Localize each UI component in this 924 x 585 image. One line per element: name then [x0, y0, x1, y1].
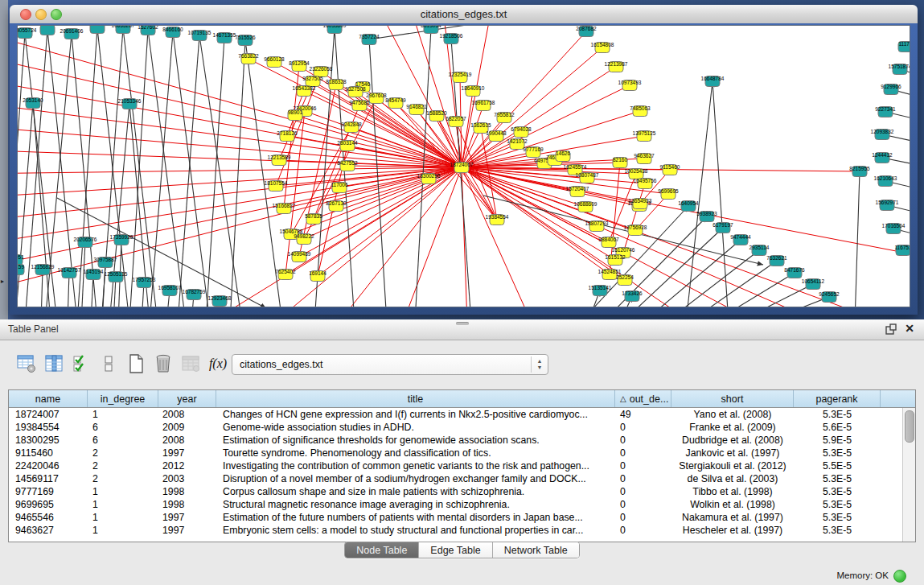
- table-scrollbar[interactable]: [902, 408, 915, 542]
- graph-node[interactable]: 8186328: [326, 79, 347, 90]
- table-row[interactable]: 1872400712008Changes of HCN gene express…: [9, 408, 902, 421]
- graph-node[interactable]: 13975125: [633, 130, 656, 142]
- function-builder-icon[interactable]: f(x): [206, 352, 230, 376]
- graph-node[interactable]: 9884067: [598, 237, 619, 248]
- table-header-row[interactable]: namein_degreeyeartitle△out_de...shortpag…: [9, 390, 915, 408]
- graph-node[interactable]: 8454749: [385, 97, 406, 109]
- graph-node[interactable]: 1615132: [605, 254, 626, 266]
- table-body[interactable]: 1872400712008Changes of HCN gene express…: [9, 408, 902, 542]
- graph-node[interactable]: 9699695: [658, 188, 679, 200]
- graph-node[interactable]: 14626: [556, 150, 570, 162]
- table-row[interactable]: 2242004622012Investigating the contribut…: [9, 459, 902, 472]
- tab-network-table[interactable]: Network Table: [492, 542, 579, 558]
- graph-node[interactable]: 15692971: [876, 200, 899, 211]
- graph-node[interactable]: 19142757: [58, 267, 81, 278]
- graph-node[interactable]: 17016504: [882, 223, 906, 234]
- graph-node[interactable]: 10719135: [188, 30, 211, 41]
- graph-node[interactable]: 21053346: [118, 98, 142, 109]
- graph-node[interactable]: 169144: [309, 270, 326, 282]
- graph-node[interactable]: 14671355: [213, 32, 236, 43]
- graph-node[interactable]: 18640910: [462, 85, 485, 97]
- column-header-out-de-[interactable]: △out_de...: [615, 390, 671, 407]
- column-header-year[interactable]: year: [158, 390, 216, 407]
- table-row[interactable]: 969969511998Structural magnetic resonanc…: [9, 498, 902, 511]
- show-columns-icon[interactable]: [42, 352, 66, 376]
- graph-node[interactable]: 8813054: [421, 26, 441, 34]
- column-header-title[interactable]: title: [216, 390, 615, 407]
- graph-node[interactable]: 16154808: [591, 42, 614, 53]
- graph-node[interactable]: 98901: [288, 109, 302, 121]
- graph-node[interactable]: 10688609: [574, 201, 598, 212]
- graph-node[interactable]: 7663822: [238, 53, 259, 64]
- graph-node[interactable]: 252254: [616, 274, 634, 286]
- scrollbar-thumb[interactable]: [905, 410, 914, 443]
- graph-node[interactable]: 16033809: [323, 26, 347, 34]
- graph-node[interactable]: 8466160: [162, 27, 183, 38]
- graph-node[interactable]: 7632621: [766, 255, 787, 266]
- clear-selection-icon[interactable]: [97, 352, 121, 376]
- citation-network-graph[interactable]: 2405572420691406106552871527602846616010…: [18, 26, 910, 307]
- graph-node[interactable]: 5938923: [696, 211, 717, 222]
- graph-node[interactable]: 19384554: [486, 214, 509, 225]
- graph-node[interactable]: 8471676: [784, 267, 805, 278]
- graph-node[interactable]: 7625402: [275, 269, 296, 280]
- graph-node[interactable]: 12923468: [208, 295, 232, 307]
- graph-node[interactable]: 8215955: [849, 166, 870, 177]
- graph-node[interactable]: 12093832: [871, 129, 894, 140]
- graph-node[interactable]: 2087682: [576, 26, 597, 37]
- graph-node[interactable]: 6794028: [511, 126, 532, 138]
- graph-node[interactable]: 17359928: [110, 234, 133, 245]
- graph-node[interactable]: 7955812: [494, 112, 515, 123]
- close-panel-icon[interactable]: ✕: [905, 322, 914, 335]
- graph-node[interactable]: 1640954: [678, 200, 699, 212]
- network-canvas[interactable]: 2405572420691406106552871527602846616010…: [17, 25, 910, 307]
- table-row[interactable]: 911546021997Tourette syndrome. Phenomeno…: [9, 447, 902, 459]
- column-header-short[interactable]: short: [671, 390, 794, 407]
- graph-node[interactable]: 9129966: [881, 84, 901, 95]
- table-options-icon[interactable]: [14, 352, 39, 376]
- window-titlebar[interactable]: citations_edges.txt: [10, 5, 918, 24]
- graph-node[interactable]: 16961758: [472, 100, 495, 111]
- graph-node[interactable]: 587835: [305, 213, 322, 225]
- table-row[interactable]: 1830029562008Estimation of significance …: [9, 434, 902, 447]
- panel-resize-grip[interactable]: [456, 322, 469, 325]
- table-row[interactable]: 1938455462009Genome-wide association stu…: [9, 421, 902, 434]
- column-header-in-degree[interactable]: in_degree: [88, 390, 158, 407]
- table-selector-dropdown[interactable]: citations_edges.txt ▲▼: [232, 354, 548, 375]
- table-row[interactable]: 946362711997Embryonic stem cells: a mode…: [9, 524, 902, 537]
- graph-node[interactable]: 9474444: [730, 234, 751, 245]
- import-table-disabled-icon[interactable]: [179, 352, 203, 376]
- graph-node[interactable]: 7515526: [235, 35, 256, 46]
- graph-node[interactable]: 30975887: [94, 257, 117, 268]
- graph-node[interactable]: [40, 26, 55, 35]
- tab-edge-table[interactable]: Edge Table: [418, 542, 491, 558]
- graph-node[interactable]: 116753: [894, 245, 910, 256]
- graph-node[interactable]: 11173: [898, 41, 910, 52]
- graph-node[interactable]: 1145194: [84, 269, 104, 280]
- graph-node[interactable]: 9498222: [294, 233, 314, 245]
- graph-node[interactable]: 20206576: [74, 237, 97, 248]
- graph-node[interactable]: 7485063: [630, 105, 651, 117]
- graph-node[interactable]: 82160: [613, 157, 627, 168]
- graph-node[interactable]: 9463627: [634, 153, 655, 164]
- column-header-pagerank[interactable]: pagerank: [794, 390, 881, 407]
- graph-node[interactable]: 9475685: [349, 100, 370, 111]
- graph-node[interactable]: 16782759: [183, 289, 206, 300]
- graph-node[interactable]: 16958107: [158, 285, 182, 296]
- table-panel-header[interactable]: Table Panel ✕: [0, 319, 924, 340]
- tab-node-table[interactable]: Node Table: [345, 542, 418, 558]
- graph-node[interactable]: 9777169: [523, 146, 544, 158]
- graph-node[interactable]: 15166827: [273, 203, 296, 214]
- graph-node[interactable]: 1588520: [426, 110, 447, 122]
- graph-node[interactable]: 9660128: [264, 56, 285, 68]
- graph-node[interactable]: 6822057: [446, 116, 466, 127]
- graph-node[interactable]: 7357224: [359, 34, 380, 45]
- panel-collapse-arrow-icon[interactable]: ▸: [1, 278, 4, 285]
- graph-node[interactable]: [90, 26, 105, 34]
- graph-node[interactable]: 2935114: [749, 245, 770, 256]
- graph-node[interactable]: 20691406: [60, 28, 84, 39]
- graph-node[interactable]: 14099489: [288, 251, 311, 262]
- graph-node[interactable]: 2053140: [23, 97, 43, 109]
- graph-node[interactable]: 12213589: [268, 154, 291, 166]
- table-row[interactable]: 1456911722003Disruption of a novel membe…: [9, 472, 902, 485]
